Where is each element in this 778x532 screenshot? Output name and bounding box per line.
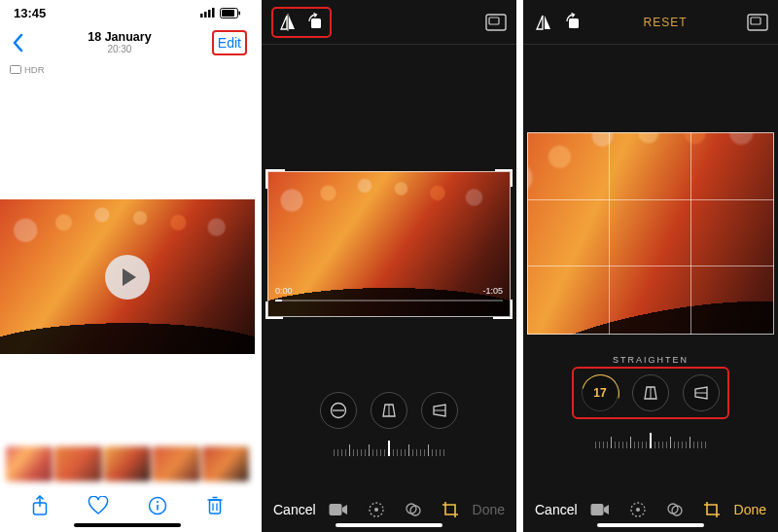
aspect-ratio-icon [747, 14, 768, 31]
crop-frame[interactable]: 0:00 -1:05 [267, 171, 511, 317]
straighten-value: 17 [593, 386, 606, 400]
rotate-button[interactable] [304, 12, 326, 33]
crop-icon [442, 501, 459, 518]
mode-video[interactable] [590, 503, 610, 516]
angle-scale[interactable] [281, 439, 497, 456]
signal-icon [200, 8, 216, 18]
horizontal-perspective-button[interactable] [683, 374, 720, 411]
done-button[interactable]: Done [734, 502, 766, 517]
rotate-icon [563, 13, 583, 32]
thumbnail-strip[interactable] [0, 446, 255, 481]
aspect-ratio-button[interactable] [485, 12, 507, 33]
crop-toolbar-top: RESET [523, 0, 778, 45]
trash-icon [206, 495, 224, 516]
info-button[interactable] [148, 496, 167, 515]
svg-rect-19 [311, 18, 321, 28]
mode-adjust[interactable] [629, 501, 647, 518]
media-title: 18 January 20:30 [88, 31, 151, 55]
svg-rect-1 [204, 12, 207, 18]
share-icon [31, 495, 49, 516]
svg-point-38 [636, 508, 640, 512]
status-bar: 13:45 [0, 0, 255, 25]
media-time: 20:30 [88, 44, 151, 54]
horizontal-skew-icon [693, 385, 709, 401]
straighten-button[interactable] [320, 392, 357, 429]
vertical-skew-icon [643, 385, 658, 401]
chevron-left-icon [12, 33, 23, 53]
svg-rect-36 [591, 504, 604, 515]
back-button[interactable] [8, 33, 27, 53]
delete-button[interactable] [206, 495, 224, 516]
rotate-button[interactable] [562, 12, 584, 33]
favorite-button[interactable] [88, 496, 109, 515]
edit-mode-tabs [329, 501, 459, 518]
screen-icon [10, 65, 21, 74]
cancel-button[interactable]: Cancel [273, 502, 316, 517]
trim-bar[interactable]: 0:00 -1:05 [275, 286, 503, 296]
crop-canvas[interactable]: STRAIGHTEN 17 [523, 45, 778, 532]
status-right [200, 8, 241, 18]
cancel-button[interactable]: Cancel [535, 502, 578, 517]
svg-rect-7 [11, 66, 21, 74]
mode-crop[interactable] [703, 501, 721, 518]
info-icon [148, 496, 167, 515]
vertical-perspective-button[interactable] [371, 392, 407, 429]
video-icon [590, 503, 610, 516]
horizontal-perspective-button[interactable] [421, 392, 458, 429]
svg-rect-0 [200, 14, 203, 18]
trim-end-time: -1:05 [482, 286, 503, 296]
mode-filters[interactable] [666, 501, 684, 518]
thumbnail[interactable] [104, 446, 151, 481]
edit-button-highlight: Edit [212, 30, 247, 55]
thumbnail[interactable] [153, 446, 199, 481]
crop-frame[interactable] [527, 132, 774, 335]
aspect-ratio-button[interactable] [747, 12, 768, 33]
viewer-header: 18 January 20:30 Edit [0, 25, 255, 60]
done-button[interactable]: Done [473, 502, 505, 517]
home-indicator[interactable] [597, 523, 704, 527]
adjust-icon [368, 501, 385, 518]
thumbnail[interactable] [6, 446, 53, 481]
thumbnail[interactable] [202, 446, 249, 481]
home-indicator[interactable] [336, 523, 442, 527]
play-button[interactable] [105, 255, 150, 300]
adjustment-buttons [262, 392, 516, 429]
mode-filters[interactable] [405, 501, 422, 518]
straighten-button[interactable]: 17 [582, 374, 619, 411]
status-time: 13:45 [14, 6, 46, 20]
flip-button[interactable] [277, 12, 299, 33]
angle-scale[interactable] [543, 431, 759, 448]
photos-viewer-screen: 13:45 18 January 20:30 Edit HDR [0, 0, 255, 532]
svg-rect-21 [489, 18, 499, 24]
trim-start-time: 0:00 [275, 286, 293, 296]
filters-icon [666, 501, 684, 518]
battery-icon [220, 8, 241, 18]
flip-button[interactable] [533, 12, 554, 33]
video-icon [329, 503, 348, 516]
straighten-label: STRAIGHTEN [523, 355, 778, 365]
trim-track[interactable] [275, 300, 503, 301]
video-preview[interactable] [0, 199, 255, 354]
rotate-icon [305, 13, 325, 32]
thumbnail[interactable] [54, 446, 101, 481]
mode-adjust[interactable] [368, 501, 385, 518]
mode-crop[interactable] [442, 501, 459, 518]
svg-point-11 [157, 501, 159, 503]
mode-video[interactable] [329, 503, 348, 516]
crop-canvas[interactable]: 0:00 -1:05 [262, 45, 516, 532]
vertical-perspective-button[interactable] [632, 374, 669, 411]
edit-button[interactable]: Edit [218, 35, 241, 51]
home-indicator[interactable] [74, 523, 181, 527]
flip-horizontal-icon [278, 14, 298, 31]
heart-icon [88, 496, 109, 515]
adjust-icon [629, 501, 647, 518]
edit-mode-tabs [590, 501, 721, 518]
svg-point-28 [374, 508, 378, 512]
svg-rect-2 [208, 10, 211, 18]
edit-bottom-bar: Cancel Done [523, 501, 778, 518]
filters-icon [405, 501, 422, 518]
reset-button[interactable]: RESET [643, 16, 687, 29]
share-button[interactable] [31, 495, 49, 516]
adjustment-buttons-highlight: 17 [572, 367, 729, 419]
crop-icon [703, 501, 721, 518]
